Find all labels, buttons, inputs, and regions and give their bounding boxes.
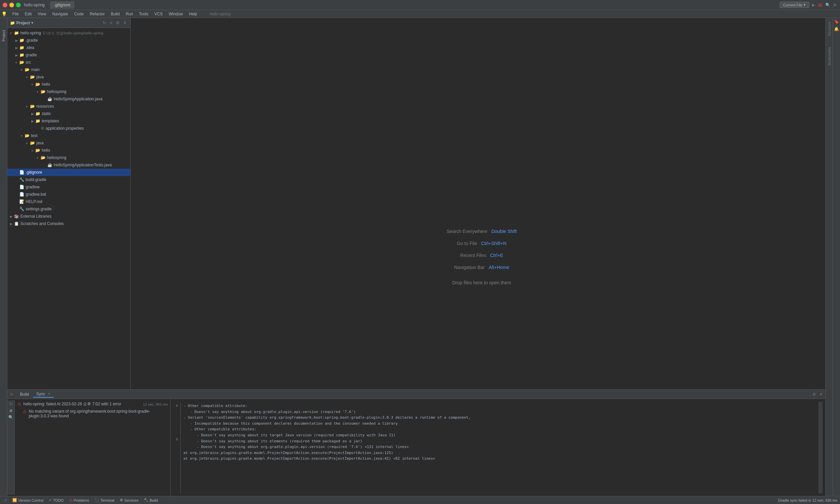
problems-item[interactable]: ⚠ Problems (69, 498, 89, 502)
settings-icon[interactable]: ⚙ (833, 3, 837, 7)
folder-icon: 📁 (19, 53, 24, 57)
version-control-item[interactable]: 🔀 Version Control (12, 498, 43, 502)
tree-item[interactable]: ▶ 📄 gradlew (7, 183, 130, 191)
menu-file[interactable]: File (10, 11, 21, 17)
debug-icon[interactable]: 🐞 (818, 3, 823, 7)
close-panel-icon[interactable]: ✕ (122, 20, 128, 26)
gitignore-icon: 📄 (19, 170, 24, 175)
run-icon[interactable]: ▶ (812, 3, 815, 7)
tree-scratches[interactable]: ▶ 📋 Scratches and Consoles (7, 220, 130, 227)
menu-navigate[interactable]: Navigate (50, 11, 71, 17)
item-label: .gradle (26, 38, 38, 43)
build-error-item-1[interactable]: ⚠ hello-spring: failed At 2023-02-26 오후 … (15, 400, 171, 408)
terminal-label: Terminal (101, 498, 114, 502)
collapse-all-icon[interactable]: ≡ (109, 20, 113, 26)
menu-build[interactable]: Build (108, 11, 122, 17)
notification-icon[interactable]: 🔔 (834, 27, 839, 31)
terminal-item[interactable]: ⬛ Terminal (94, 498, 114, 502)
sync-tab-close[interactable]: ✕ (48, 392, 50, 396)
console-expand-icon-2[interactable]: ⊞ (176, 437, 178, 442)
tree-item[interactable]: ▶ 📁 gradle (7, 51, 130, 59)
tree-item[interactable]: ▾ 📂 main (7, 66, 130, 73)
menu-refactor[interactable]: Refactor (87, 11, 107, 17)
git-icon: ⎇ (3, 498, 7, 502)
menu-tools[interactable]: Tools (137, 11, 151, 17)
refresh-build-icon[interactable]: ↻ (10, 392, 13, 397)
tree-item-gitignore[interactable]: ▶ 📄 .gitignore (7, 169, 130, 176)
console-expand-icon-1[interactable]: ⊞ (176, 403, 178, 408)
tree-item[interactable]: ▶ ☕ HelloSpringApplication.java (7, 95, 130, 103)
menu-help[interactable]: Help (186, 11, 200, 17)
build-left-refresh-icon[interactable]: ↻ (9, 402, 13, 406)
item-label: External Libraries (20, 214, 51, 219)
file-tab[interactable]: .gitignore (50, 1, 74, 9)
sync-icon[interactable]: ↻ (102, 20, 107, 26)
menu-run[interactable]: Run (123, 11, 136, 17)
goto-file-key[interactable]: Ctrl+Shift+N (481, 241, 506, 246)
tree-item[interactable]: ▶ ☕ HelloSpringApplicationTests.java (7, 161, 130, 169)
build-left-stop-icon[interactable]: ⏹ (9, 408, 13, 413)
gradle-file-icon: 🔧 (19, 207, 24, 211)
bookmark-icon[interactable]: 🔖 (834, 19, 839, 24)
build-tab-sync[interactable]: Sync ✕ (33, 391, 54, 398)
shortcut-row-nav: Navigation Bar Alt+Home (454, 265, 510, 270)
build-tab-build[interactable]: Build (17, 391, 32, 397)
sidebar-project-label[interactable]: Project (1, 28, 6, 43)
item-label: HelloSpringApplication.java (54, 97, 102, 101)
nav-bar-key[interactable]: Alt+Home (488, 265, 509, 270)
right-strip: 🔖 🔔 (833, 18, 840, 496)
tree-item[interactable]: ▶ 🔧 settings.gradle (7, 205, 130, 213)
menu-vcs[interactable]: VCS (152, 11, 165, 17)
settings-panel-icon[interactable]: ⚙ (115, 20, 121, 26)
tree-item-templates[interactable]: ▶ 📁 templates (7, 117, 130, 125)
tree-item[interactable]: ▶ 🔧 build.gradle (7, 176, 130, 183)
item-label: hellospring (47, 89, 66, 94)
build-tab-label: Build (20, 392, 29, 397)
build-settings-icon[interactable]: ⚙ (812, 392, 816, 397)
item-label: static (42, 111, 51, 116)
current-file-button[interactable]: Current File ▾ (780, 2, 809, 8)
build-left-filter-icon[interactable]: 🔍 (8, 415, 13, 420)
minimize-button[interactable] (9, 3, 14, 7)
tree-item[interactable]: ▶ 📁 .gradle (7, 37, 130, 44)
tree-item[interactable]: ▾ 📂 hello (7, 147, 130, 154)
structure-panel-label[interactable]: Structure (827, 19, 832, 38)
close-button[interactable] (3, 3, 7, 7)
menu-code[interactable]: Code (71, 11, 86, 17)
menu-edit[interactable]: Edit (22, 11, 34, 17)
menu-view[interactable]: View (35, 11, 49, 17)
todo-item[interactable]: ✓ TODO (49, 498, 64, 502)
tree-item[interactable]: ▾ 📂 java (7, 73, 130, 81)
error-icon-1: ⚠ (17, 401, 21, 406)
folder-icon: 📂 (35, 82, 40, 87)
root-folder-icon: 📁 (14, 31, 19, 35)
root-arrow: ▾ (10, 31, 14, 35)
recent-files-key[interactable]: Ctrl+E (490, 253, 503, 258)
bookmarks-panel-label[interactable]: Bookmarks (827, 45, 832, 67)
build-close-icon[interactable]: ✕ (819, 392, 823, 397)
search-icon[interactable]: 🔍 (825, 3, 830, 7)
build-status-item[interactable]: 🔨 Build (144, 498, 158, 502)
tree-item[interactable]: ▶ 📄 gradlew.bat (7, 191, 130, 198)
tree-item[interactable]: ▶ 📝 HELP.md (7, 198, 130, 205)
tree-item[interactable]: ▶ ⚙ application.properties (7, 125, 130, 132)
console-line: - Doesn't say anything about org.gradle.… (183, 409, 816, 415)
tree-item[interactable]: ▶ 📁 static (7, 110, 130, 117)
maximize-button[interactable] (16, 3, 21, 7)
tree-item[interactable]: ▾ 📂 hello (7, 81, 130, 88)
tree-item[interactable]: ▾ 📂 src (7, 59, 130, 66)
tree-item[interactable]: ▶ 📁 .idea (7, 44, 130, 51)
tree-external-libraries[interactable]: ▶ 📚 External Libraries (7, 213, 130, 220)
tree-item[interactable]: ▾ 📂 java (7, 139, 130, 147)
search-everywhere-key[interactable]: Double Shift (491, 229, 517, 234)
menu-window[interactable]: Window (166, 11, 186, 17)
services-item[interactable]: ⚙ Services (120, 498, 138, 502)
tree-item[interactable]: ▾ 📂 resources (7, 103, 130, 110)
build-error-item-2[interactable]: ⚠ No matching variant of org.springframe… (15, 408, 171, 419)
tree-root[interactable]: ▾ 📁 hello-spring E:\코드 연습\hello-spring\h… (7, 29, 130, 37)
project-panel-title: 📁 Project ▾ (10, 21, 100, 25)
tree-item[interactable]: ▾ 📂 hellospring (7, 88, 130, 95)
tree-item[interactable]: ▾ 📂 hellospring (7, 154, 130, 161)
item-label: build.gradle (26, 177, 46, 182)
tree-item[interactable]: ▾ 📂 test (7, 132, 130, 139)
